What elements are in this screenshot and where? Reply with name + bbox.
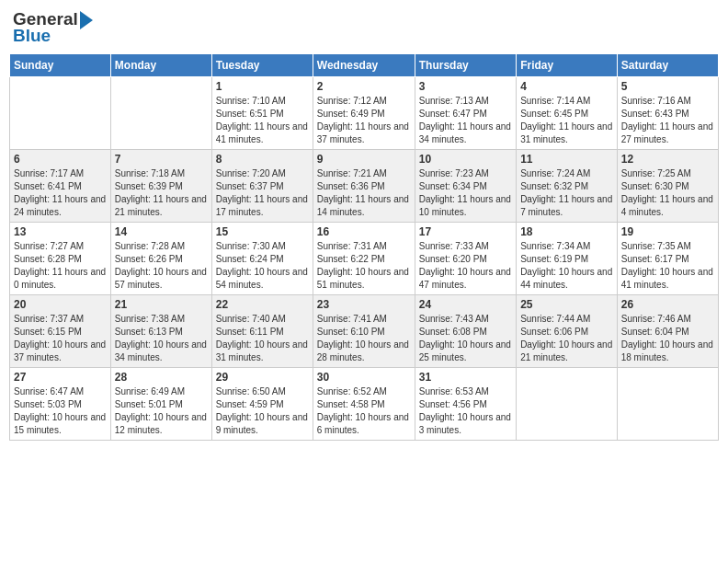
calendar-day-cell: 11Sunrise: 7:24 AMSunset: 6:32 PMDayligh… — [517, 150, 618, 223]
calendar-day-cell: 17Sunrise: 7:33 AMSunset: 6:20 PMDayligh… — [415, 223, 516, 295]
day-info: Sunrise: 7:12 AMSunset: 6:49 PMDaylight:… — [317, 95, 411, 146]
day-info: Sunrise: 7:20 AMSunset: 6:37 PMDaylight:… — [216, 167, 309, 219]
calendar-day-cell: 10Sunrise: 7:23 AMSunset: 6:34 PMDayligh… — [415, 150, 516, 223]
calendar-day-cell: 4Sunrise: 7:14 AMSunset: 6:45 PMDaylight… — [517, 77, 618, 150]
day-number: 7 — [115, 153, 208, 166]
day-of-week-header: Tuesday — [211, 54, 313, 77]
day-info: Sunrise: 7:23 AMSunset: 6:34 PMDaylight:… — [419, 167, 512, 219]
day-info: Sunrise: 7:43 AMSunset: 6:08 PMDaylight:… — [419, 313, 512, 364]
day-info: Sunrise: 7:34 AMSunset: 6:19 PMDaylight:… — [520, 240, 613, 292]
calendar-day-cell — [617, 368, 718, 441]
calendar-day-cell: 1Sunrise: 7:10 AMSunset: 6:51 PMDaylight… — [211, 77, 313, 150]
calendar-day-cell: 30Sunrise: 6:52 AMSunset: 4:58 PMDayligh… — [313, 368, 415, 441]
calendar-week-row: 6Sunrise: 7:17 AMSunset: 6:41 PMDaylight… — [10, 150, 719, 223]
day-number: 30 — [317, 371, 411, 384]
day-number: 26 — [621, 298, 714, 311]
day-number: 20 — [14, 298, 107, 311]
day-number: 13 — [14, 225, 107, 238]
calendar-day-cell: 12Sunrise: 7:25 AMSunset: 6:30 PMDayligh… — [617, 150, 718, 223]
calendar-day-cell: 20Sunrise: 7:37 AMSunset: 6:15 PMDayligh… — [10, 295, 111, 368]
day-info: Sunrise: 7:37 AMSunset: 6:15 PMDaylight:… — [14, 313, 107, 364]
logo-arrow-icon — [80, 11, 93, 29]
day-of-week-header: Saturday — [617, 54, 718, 77]
day-number: 21 — [115, 298, 208, 311]
day-number: 23 — [317, 298, 411, 311]
day-number: 27 — [14, 371, 107, 384]
day-of-week-header: Friday — [517, 54, 618, 77]
day-info: Sunrise: 7:16 AMSunset: 6:43 PMDaylight:… — [621, 95, 714, 146]
page-header: General Blue — [9, 9, 719, 46]
calendar-day-cell: 9Sunrise: 7:21 AMSunset: 6:36 PMDaylight… — [313, 150, 415, 223]
day-info: Sunrise: 7:33 AMSunset: 6:20 PMDaylight:… — [419, 240, 512, 292]
day-info: Sunrise: 7:24 AMSunset: 6:32 PMDaylight:… — [520, 167, 613, 219]
calendar-day-cell: 15Sunrise: 7:30 AMSunset: 6:24 PMDayligh… — [211, 223, 313, 295]
day-of-week-header: Monday — [110, 54, 211, 77]
calendar-day-cell: 21Sunrise: 7:38 AMSunset: 6:13 PMDayligh… — [110, 295, 211, 368]
day-info: Sunrise: 7:13 AMSunset: 6:47 PMDaylight:… — [419, 95, 512, 146]
day-info: Sunrise: 7:17 AMSunset: 6:41 PMDaylight:… — [14, 167, 107, 219]
calendar-day-cell: 2Sunrise: 7:12 AMSunset: 6:49 PMDaylight… — [313, 77, 415, 150]
day-number: 12 — [621, 153, 714, 166]
day-number: 9 — [317, 153, 411, 166]
day-info: Sunrise: 6:53 AMSunset: 4:56 PMDaylight:… — [419, 385, 512, 437]
day-info: Sunrise: 7:27 AMSunset: 6:28 PMDaylight:… — [14, 240, 107, 292]
logo-blue-text: Blue — [13, 26, 51, 46]
calendar-day-cell: 16Sunrise: 7:31 AMSunset: 6:22 PMDayligh… — [313, 223, 415, 295]
day-number: 19 — [621, 225, 714, 238]
day-number: 18 — [520, 225, 613, 238]
day-number: 28 — [115, 371, 208, 384]
calendar-day-cell: 18Sunrise: 7:34 AMSunset: 6:19 PMDayligh… — [517, 223, 618, 295]
day-info: Sunrise: 7:38 AMSunset: 6:13 PMDaylight:… — [115, 313, 208, 364]
calendar-day-cell: 29Sunrise: 6:50 AMSunset: 4:59 PMDayligh… — [211, 368, 313, 441]
day-info: Sunrise: 7:35 AMSunset: 6:17 PMDaylight:… — [621, 240, 714, 292]
calendar-week-row: 13Sunrise: 7:27 AMSunset: 6:28 PMDayligh… — [10, 223, 719, 295]
day-number: 15 — [216, 225, 309, 238]
day-info: Sunrise: 7:21 AMSunset: 6:36 PMDaylight:… — [317, 167, 411, 219]
logo: General Blue — [13, 9, 93, 46]
calendar-day-cell: 23Sunrise: 7:41 AMSunset: 6:10 PMDayligh… — [313, 295, 415, 368]
day-number: 11 — [520, 153, 613, 166]
calendar-day-cell: 13Sunrise: 7:27 AMSunset: 6:28 PMDayligh… — [10, 223, 111, 295]
calendar-day-cell: 24Sunrise: 7:43 AMSunset: 6:08 PMDayligh… — [415, 295, 516, 368]
day-of-week-header: Sunday — [10, 54, 111, 77]
day-of-week-header: Wednesday — [313, 54, 415, 77]
day-info: Sunrise: 7:25 AMSunset: 6:30 PMDaylight:… — [621, 167, 714, 219]
calendar-day-cell: 7Sunrise: 7:18 AMSunset: 6:39 PMDaylight… — [110, 150, 211, 223]
day-info: Sunrise: 7:41 AMSunset: 6:10 PMDaylight:… — [317, 313, 411, 364]
day-info: Sunrise: 6:47 AMSunset: 5:03 PMDaylight:… — [14, 385, 107, 437]
calendar-day-cell: 3Sunrise: 7:13 AMSunset: 6:47 PMDaylight… — [415, 77, 516, 150]
day-info: Sunrise: 7:31 AMSunset: 6:22 PMDaylight:… — [317, 240, 411, 292]
calendar-day-cell — [10, 77, 111, 150]
day-number: 8 — [216, 153, 309, 166]
day-number: 2 — [317, 80, 411, 93]
calendar-day-cell: 31Sunrise: 6:53 AMSunset: 4:56 PMDayligh… — [415, 368, 516, 441]
day-number: 1 — [216, 80, 309, 93]
day-number: 4 — [520, 80, 613, 93]
day-of-week-header: Thursday — [415, 54, 516, 77]
day-info: Sunrise: 7:30 AMSunset: 6:24 PMDaylight:… — [216, 240, 309, 292]
calendar-day-cell: 8Sunrise: 7:20 AMSunset: 6:37 PMDaylight… — [211, 150, 313, 223]
day-info: Sunrise: 6:49 AMSunset: 5:01 PMDaylight:… — [115, 385, 208, 437]
day-number: 16 — [317, 225, 411, 238]
day-info: Sunrise: 7:44 AMSunset: 6:06 PMDaylight:… — [520, 313, 613, 364]
calendar-day-cell: 19Sunrise: 7:35 AMSunset: 6:17 PMDayligh… — [617, 223, 718, 295]
day-info: Sunrise: 6:52 AMSunset: 4:58 PMDaylight:… — [317, 385, 411, 437]
calendar-day-cell: 28Sunrise: 6:49 AMSunset: 5:01 PMDayligh… — [110, 368, 211, 441]
calendar-table: SundayMondayTuesdayWednesdayThursdayFrid… — [9, 53, 719, 441]
calendar-week-row: 27Sunrise: 6:47 AMSunset: 5:03 PMDayligh… — [10, 368, 719, 441]
day-number: 31 — [419, 371, 512, 384]
day-number: 17 — [419, 225, 512, 238]
calendar-day-cell: 27Sunrise: 6:47 AMSunset: 5:03 PMDayligh… — [10, 368, 111, 441]
calendar-day-cell: 6Sunrise: 7:17 AMSunset: 6:41 PMDaylight… — [10, 150, 111, 223]
day-info: Sunrise: 7:10 AMSunset: 6:51 PMDaylight:… — [216, 95, 309, 146]
calendar-day-cell: 5Sunrise: 7:16 AMSunset: 6:43 PMDaylight… — [617, 77, 718, 150]
day-number: 25 — [520, 298, 613, 311]
day-number: 14 — [115, 225, 208, 238]
calendar-day-cell — [110, 77, 211, 150]
calendar-day-cell: 26Sunrise: 7:46 AMSunset: 6:04 PMDayligh… — [617, 295, 718, 368]
calendar-day-cell: 14Sunrise: 7:28 AMSunset: 6:26 PMDayligh… — [110, 223, 211, 295]
day-info: Sunrise: 7:28 AMSunset: 6:26 PMDaylight:… — [115, 240, 208, 292]
day-info: Sunrise: 7:14 AMSunset: 6:45 PMDaylight:… — [520, 95, 613, 146]
day-number: 29 — [216, 371, 309, 384]
day-number: 3 — [419, 80, 512, 93]
